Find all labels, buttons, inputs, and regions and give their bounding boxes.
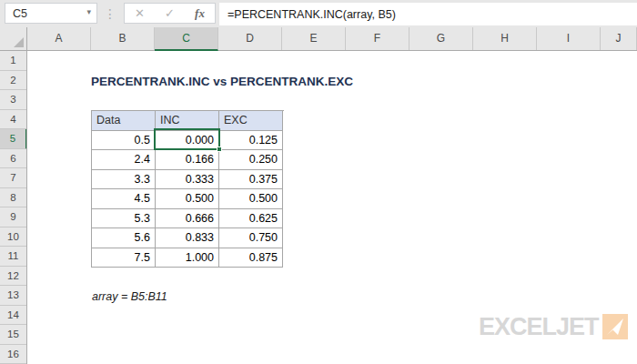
cell-B10[interactable]: 5.6 <box>92 228 156 248</box>
cell-C4[interactable]: INC <box>156 111 219 131</box>
cell-C11[interactable]: 1.000 <box>156 248 219 268</box>
row-header-10[interactable]: 10 <box>0 228 26 248</box>
row-header-6[interactable]: 6 <box>0 149 26 169</box>
column-header-G[interactable]: G <box>410 27 473 50</box>
cell-D6[interactable]: 0.250 <box>219 150 283 170</box>
name-box-dropdown-icon[interactable]: ▾ <box>86 7 91 16</box>
column-header-A[interactable]: A <box>27 27 91 50</box>
formula-text: =PERCENTRANK.INC(array, B5) <box>228 8 396 21</box>
formula-buttons-panel: ✕ ✓ fx <box>124 3 216 24</box>
row-header-11[interactable]: 11 <box>0 247 26 267</box>
data-table: DataINCEXC0.50.0000.1252.40.1660.2503.30… <box>91 110 284 268</box>
row-header-14[interactable]: 14 <box>0 306 26 326</box>
row-header-2[interactable]: 2 <box>0 71 26 91</box>
cell-D8[interactable]: 0.500 <box>219 189 283 209</box>
row-header-8[interactable]: 8 <box>0 188 26 208</box>
cancel-icon[interactable]: ✕ <box>135 6 145 20</box>
cell-D9[interactable]: 0.625 <box>219 209 283 229</box>
cell-D10[interactable]: 0.750 <box>219 228 283 248</box>
column-header-H[interactable]: H <box>473 27 537 50</box>
sheet-area: PERCENTRANK.INC vs PERCENTRANK.EXC DataI… <box>27 51 637 364</box>
column-header-I[interactable]: I <box>537 27 601 50</box>
exceljet-logo-text: EXCELJET <box>479 314 599 339</box>
cell-D4[interactable]: EXC <box>219 111 283 131</box>
cell-B5[interactable]: 0.5 <box>92 131 156 151</box>
row-header-5[interactable]: 5 <box>0 129 27 149</box>
cell-B8[interactable]: 4.5 <box>92 189 156 209</box>
name-box[interactable]: C5 ▾ <box>5 3 97 24</box>
excel-window: C5 ▾ ⋮ ✕ ✓ fx =PERCENTRANK.INC(array, B5… <box>0 0 637 364</box>
cell-B11[interactable]: 7.5 <box>92 248 156 268</box>
sheet-title: PERCENTRANK.INC vs PERCENTRANK.EXC <box>91 72 353 91</box>
row-header-7[interactable]: 7 <box>0 168 26 188</box>
column-header-E[interactable]: E <box>282 27 346 50</box>
row-header-9[interactable]: 9 <box>0 207 26 228</box>
cell-C7[interactable]: 0.333 <box>156 170 219 190</box>
enter-icon[interactable]: ✓ <box>165 6 175 20</box>
row-header-12[interactable]: 12 <box>0 267 26 287</box>
row-headers: 12345678910111213141516 <box>0 51 27 364</box>
column-header-D[interactable]: D <box>218 27 282 50</box>
select-all-triangle-icon <box>14 37 24 47</box>
cell-C6[interactable]: 0.166 <box>156 150 219 170</box>
cell-D5[interactable]: 0.125 <box>219 131 283 151</box>
cell-D11[interactable]: 0.875 <box>219 248 283 268</box>
cell-C9[interactable]: 0.666 <box>156 209 219 229</box>
formula-bar: C5 ▾ ⋮ ✕ ✓ fx =PERCENTRANK.INC(array, B5… <box>0 0 637 27</box>
column-header-F[interactable]: F <box>346 27 410 50</box>
row-header-3[interactable]: 3 <box>0 90 26 110</box>
column-header-J[interactable]: J <box>601 27 637 50</box>
row-header-1[interactable]: 1 <box>0 51 26 71</box>
row-header-13[interactable]: 13 <box>0 286 26 306</box>
paper-plane-arrow-icon <box>602 314 628 339</box>
cell-C8[interactable]: 0.500 <box>156 189 219 209</box>
row-header-15[interactable]: 15 <box>0 325 26 345</box>
column-header-C[interactable]: C <box>155 27 218 51</box>
cell-C5[interactable]: 0.000 <box>156 131 219 151</box>
cell-B6[interactable]: 2.4 <box>92 150 156 170</box>
formula-input[interactable]: =PERCENTRANK.INC(array, B5) <box>219 3 637 25</box>
cell-B4[interactable]: Data <box>92 111 156 131</box>
cell-C10[interactable]: 0.833 <box>156 228 219 248</box>
name-box-value: C5 <box>13 7 27 20</box>
column-headers: ABCDEFGHIJ <box>27 27 637 51</box>
array-note: array = B5:B11 <box>92 288 167 307</box>
row-header-16[interactable]: 16 <box>0 345 26 364</box>
cell-B7[interactable]: 3.3 <box>92 170 156 190</box>
cell-D7[interactable]: 0.375 <box>219 170 283 190</box>
cell-B9[interactable]: 5.3 <box>92 209 156 229</box>
row-header-4[interactable]: 4 <box>0 110 26 130</box>
column-header-B[interactable]: B <box>91 27 155 50</box>
select-all-button[interactable] <box>0 27 27 51</box>
formula-bar-separator-dots: ⋮ <box>104 2 116 25</box>
insert-function-icon[interactable]: fx <box>195 6 205 21</box>
exceljet-logo: EXCELJET <box>479 314 628 339</box>
